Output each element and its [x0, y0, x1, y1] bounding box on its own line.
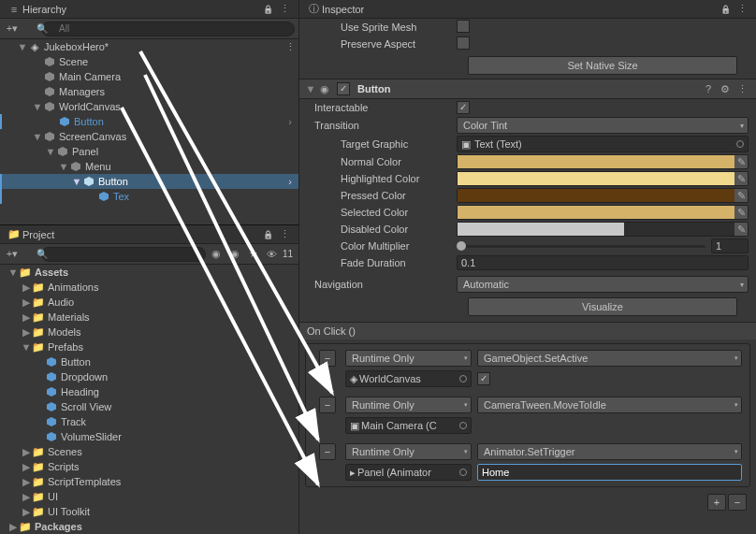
transition-dropdown[interactable]: Color Tint	[457, 117, 749, 134]
add-event-button[interactable]: +	[707, 494, 726, 511]
tree-row[interactable]: ▼WorldCanvas	[0, 99, 298, 114]
tree-row[interactable]: ▼Menu	[0, 159, 298, 174]
tree-row-folder[interactable]: ▶📁Models	[0, 325, 298, 339]
expander-icon[interactable]: ▼	[45, 146, 56, 157]
eyedropper-icon[interactable]: ✎	[734, 173, 748, 185]
tree-row-prefab[interactable]: Heading	[0, 384, 298, 399]
expander-icon[interactable]: ▶	[7, 521, 19, 532]
event-function-dropdown[interactable]: GameObject.SetActive	[477, 350, 742, 367]
event-arg-checkbox[interactable]	[477, 372, 490, 385]
help-icon[interactable]: ?	[702, 82, 715, 95]
expander-icon[interactable]: ▼	[17, 41, 28, 52]
event-mode-dropdown[interactable]: Runtime Only	[345, 443, 472, 460]
tree-row-folder[interactable]: ▶📁Scenes	[0, 444, 298, 459]
tree-row-prefab[interactable]: Button	[0, 354, 298, 369]
component-header[interactable]: ▼ ◉ Button ? ⚙ ⋮	[299, 79, 756, 99]
event-mode-dropdown[interactable]: Runtime Only	[345, 350, 472, 367]
remove-event-icon[interactable]: −	[319, 397, 336, 413]
event-target-field[interactable]: ▣Main Camera (C	[345, 417, 472, 434]
tree-row[interactable]: ▼Panel	[0, 144, 298, 159]
tree-row-folder[interactable]: ▶📁Animations	[0, 280, 298, 295]
tree-row-folder[interactable]: ▶📁Scripts	[0, 459, 298, 474]
expander-icon[interactable]: ▼	[21, 341, 32, 353]
create-dropdown-icon[interactable]: +▾	[6, 248, 19, 261]
panel-menu-icon[interactable]: ⋮	[278, 228, 291, 241]
tree-row-selected[interactable]: ▼Button›	[0, 174, 298, 189]
tree-row[interactable]: Tex	[0, 189, 298, 204]
target-graphic-field[interactable]: ▣Text (Text)	[457, 136, 749, 152]
expander-icon[interactable]: ▼	[58, 161, 69, 172]
chevron-right-icon[interactable]: ›	[284, 115, 297, 128]
tree-row[interactable]: Managers	[0, 84, 298, 99]
event-mode-dropdown[interactable]: Runtime Only	[345, 397, 472, 413]
fade-duration-input[interactable]	[457, 255, 749, 270]
expander-icon[interactable]: ▼	[71, 176, 82, 187]
visualize-button[interactable]: Visualize	[468, 297, 737, 316]
expander-icon[interactable]: ▶	[21, 476, 32, 487]
remove-event-icon[interactable]: −	[319, 350, 336, 367]
interactable-checkbox[interactable]	[457, 101, 470, 114]
chevron-right-icon[interactable]: ›	[284, 175, 297, 188]
eyedropper-icon[interactable]: ✎	[734, 207, 748, 219]
navigation-dropdown[interactable]: Automatic	[457, 276, 749, 293]
tree-row-prefab[interactable]: VolumeSlider	[0, 429, 298, 444]
expander-icon[interactable]: ▶	[21, 446, 32, 457]
color-multiplier-input[interactable]	[711, 238, 749, 253]
tree-row-folder[interactable]: ▶📁Materials	[0, 310, 298, 325]
object-picker-icon[interactable]	[736, 140, 744, 148]
context-menu-icon[interactable]: ⋮	[284, 40, 297, 53]
tree-row-prefab[interactable]: Dropdown	[0, 369, 298, 384]
event-arg-input[interactable]	[477, 464, 742, 481]
expander-icon[interactable]: ▼	[7, 267, 19, 278]
expander-icon[interactable]: ▶	[21, 296, 32, 308]
expander-icon[interactable]: ▶	[21, 461, 32, 472]
tree-row-folder[interactable]: ▶📁UI	[0, 489, 298, 504]
preserve-aspect-checkbox[interactable]	[457, 36, 470, 50]
expander-icon[interactable]: ▼	[32, 131, 43, 142]
eyedropper-icon[interactable]: ✎	[734, 156, 748, 168]
tree-row-folder[interactable]: ▶📁Audio	[0, 295, 298, 310]
expander-icon[interactable]: ▼	[305, 83, 316, 94]
set-native-size-button[interactable]: Set Native Size	[468, 56, 737, 75]
hierarchy-search-input[interactable]	[41, 22, 295, 36]
lock-icon[interactable]	[261, 228, 274, 241]
tree-row-folder[interactable]: ▶📁ScriptTemplates	[0, 474, 298, 489]
project-search-input[interactable]	[41, 247, 206, 262]
tree-row-prefab[interactable]: Track	[0, 414, 298, 429]
selected-color-field[interactable]: ✎	[457, 205, 749, 220]
expander-icon[interactable]: ▶	[21, 311, 32, 323]
color-multiplier-slider[interactable]	[457, 245, 705, 248]
expander-icon[interactable]: ▶	[21, 326, 32, 338]
event-function-dropdown[interactable]: Animator.SetTrigger	[477, 443, 742, 460]
expander-icon[interactable]: ▶	[21, 506, 32, 517]
favorite-icon[interactable]: ★	[247, 248, 260, 261]
disabled-color-field[interactable]: ✎	[457, 222, 749, 237]
event-function-dropdown[interactable]: CameraTween.MoveToIdle	[477, 397, 742, 413]
component-enabled-checkbox[interactable]	[337, 82, 350, 95]
panel-menu-icon[interactable]: ⋮	[278, 3, 291, 16]
expander-icon[interactable]: ▼	[32, 101, 43, 112]
tree-row[interactable]: Main Camera	[0, 69, 298, 84]
tree-row-folder[interactable]: ▼📁Assets	[0, 265, 298, 280]
highlighted-color-field[interactable]: ✎	[457, 171, 749, 186]
expander-icon[interactable]: ▶	[21, 281, 32, 293]
tree-row[interactable]: ▼ScreenCanvas	[0, 129, 298, 144]
tree-row-root[interactable]: ▼◈JukeboxHero*⋮	[0, 39, 298, 54]
normal-color-field[interactable]: ✎	[457, 154, 749, 169]
object-picker-icon[interactable]	[459, 375, 467, 382]
tree-row[interactable]: Button›	[0, 114, 298, 129]
tree-row-folder[interactable]: ▶📁UI Toolkit	[0, 504, 298, 519]
lock-icon[interactable]	[719, 3, 732, 16]
remove-event-icon[interactable]: −	[319, 443, 336, 460]
context-menu-icon[interactable]: ⋮	[735, 82, 749, 95]
tree-row-prefab[interactable]: Scroll View	[0, 399, 298, 414]
object-picker-icon[interactable]	[459, 469, 467, 476]
eyedropper-icon[interactable]: ✎	[734, 224, 748, 236]
pressed-color-field[interactable]: ✎	[457, 188, 749, 203]
object-picker-icon[interactable]	[459, 422, 467, 429]
visibility-icon[interactable]: 👁	[266, 248, 279, 261]
preset-icon[interactable]: ⚙	[719, 82, 732, 95]
expander-icon[interactable]: ▶	[21, 491, 32, 502]
event-target-field[interactable]: ◈WorldCanvas	[345, 370, 472, 387]
filter-icon[interactable]: ◉	[210, 248, 223, 261]
